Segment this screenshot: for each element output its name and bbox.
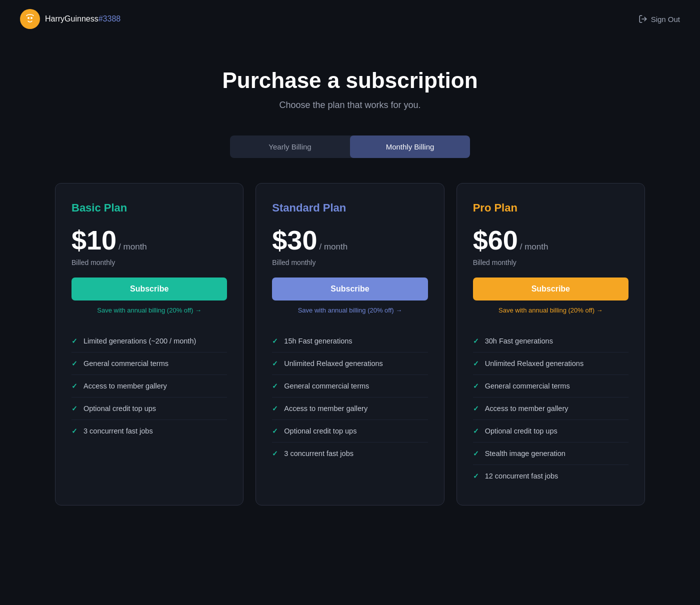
- check-icon: ✓: [473, 472, 479, 480]
- list-item: ✓ Optional credit top ups: [473, 420, 628, 442]
- basic-save-link[interactable]: Save with annual billing (20% off) →: [72, 306, 227, 314]
- check-icon: ✓: [473, 382, 479, 390]
- list-item: ✓ Stealth image generation: [473, 442, 628, 465]
- check-icon: ✓: [473, 404, 479, 412]
- sign-out-button[interactable]: Sign Out: [638, 14, 680, 24]
- svg-point-0: [28, 17, 30, 19]
- check-icon: ✓: [272, 404, 278, 412]
- basic-billed-info: Billed monthly: [72, 258, 227, 266]
- pro-price-period: / month: [520, 242, 548, 252]
- hero-section: Purchase a subscription Choose the plan …: [0, 38, 700, 136]
- list-item: ✓ Unlimited Relaxed generations: [272, 352, 428, 375]
- pro-subscribe-button[interactable]: Subscribe: [473, 278, 628, 300]
- page-subtitle: Choose the plan that works for you.: [10, 100, 690, 110]
- basic-price-amount: $10: [72, 224, 116, 256]
- pro-plan-card: Pro Plan $60 / month Billed monthly Subs…: [456, 183, 645, 506]
- billing-toggle: Yearly Billing Monthly Billing: [230, 136, 470, 158]
- billing-toggle-wrapper: Yearly Billing Monthly Billing: [0, 136, 700, 158]
- list-item: ✓ Optional credit top ups: [272, 420, 428, 442]
- check-icon: ✓: [272, 427, 278, 435]
- header: HarryGuinness#3388 Sign Out: [0, 0, 700, 38]
- basic-price-period: / month: [118, 242, 147, 252]
- check-icon: ✓: [72, 337, 78, 345]
- pro-save-link[interactable]: Save with annual billing (20% off) →: [473, 306, 628, 314]
- page-title: Purchase a subscription: [10, 68, 690, 93]
- list-item: ✓ 15h Fast generations: [272, 330, 428, 352]
- list-item: ✓ 30h Fast generations: [473, 330, 628, 352]
- list-item: ✓ 3 concurrent fast jobs: [272, 442, 428, 464]
- basic-plan-name: Basic Plan: [72, 202, 227, 214]
- check-icon: ✓: [72, 404, 78, 412]
- check-icon: ✓: [473, 360, 479, 368]
- monthly-billing-tab[interactable]: Monthly Billing: [350, 136, 470, 158]
- pro-price-amount: $60: [473, 224, 518, 256]
- list-item: ✓ Access to member gallery: [72, 375, 227, 398]
- sign-out-icon: [638, 14, 648, 24]
- pro-plan-name: Pro Plan: [473, 202, 628, 214]
- list-item: ✓ Access to member gallery: [473, 398, 628, 420]
- standard-subscribe-button[interactable]: Subscribe: [272, 278, 428, 300]
- list-item: ✓ Optional credit top ups: [72, 398, 227, 420]
- standard-price-period: / month: [319, 242, 348, 252]
- check-icon: ✓: [272, 337, 278, 345]
- check-icon: ✓: [72, 360, 78, 368]
- standard-plan-name: Standard Plan: [272, 202, 428, 214]
- standard-features-list: ✓ 15h Fast generations ✓ Unlimited Relax…: [272, 330, 428, 464]
- standard-billed-info: Billed monthly: [272, 258, 428, 266]
- plans-grid: Basic Plan $10 / month Billed monthly Su…: [25, 183, 675, 506]
- pro-price-row: $60 / month: [473, 224, 628, 256]
- list-item: ✓ 12 concurrent fast jobs: [473, 465, 628, 487]
- list-item: ✓ 3 concurrent fast jobs: [72, 420, 227, 442]
- list-item: ✓ Limited generations (~200 / month): [72, 330, 227, 352]
- basic-subscribe-button[interactable]: Subscribe: [72, 278, 227, 300]
- check-icon: ✓: [72, 427, 78, 435]
- pro-billed-info: Billed monthly: [473, 258, 628, 266]
- standard-price-row: $30 / month: [272, 224, 428, 256]
- check-icon: ✓: [272, 382, 278, 390]
- check-icon: ✓: [72, 382, 78, 390]
- logo-icon: [20, 9, 40, 29]
- standard-price-amount: $30: [272, 224, 317, 256]
- svg-point-1: [30, 17, 32, 19]
- yearly-billing-tab[interactable]: Yearly Billing: [230, 136, 350, 158]
- check-icon: ✓: [473, 450, 479, 458]
- check-icon: ✓: [272, 360, 278, 368]
- check-icon: ✓: [473, 427, 479, 435]
- basic-features-list: ✓ Limited generations (~200 / month) ✓ G…: [72, 330, 227, 442]
- list-item: ✓ General commercial terms: [72, 352, 227, 375]
- check-icon: ✓: [272, 450, 278, 458]
- header-left: HarryGuinness#3388: [20, 9, 120, 29]
- list-item: ✓ General commercial terms: [473, 375, 628, 398]
- check-icon: ✓: [473, 337, 479, 345]
- basic-price-row: $10 / month: [72, 224, 227, 256]
- pro-features-list: ✓ 30h Fast generations ✓ Unlimited Relax…: [473, 330, 628, 487]
- list-item: ✓ Access to member gallery: [272, 398, 428, 420]
- list-item: ✓ Unlimited Relaxed generations: [473, 352, 628, 375]
- standard-plan-card: Standard Plan $30 / month Billed monthly…: [256, 183, 444, 506]
- list-item: ✓ General commercial terms: [272, 375, 428, 398]
- basic-plan-card: Basic Plan $10 / month Billed monthly Su…: [55, 183, 244, 506]
- standard-save-link[interactable]: Save with annual billing (20% off) →: [272, 306, 428, 314]
- username: HarryGuinness#3388: [45, 14, 120, 24]
